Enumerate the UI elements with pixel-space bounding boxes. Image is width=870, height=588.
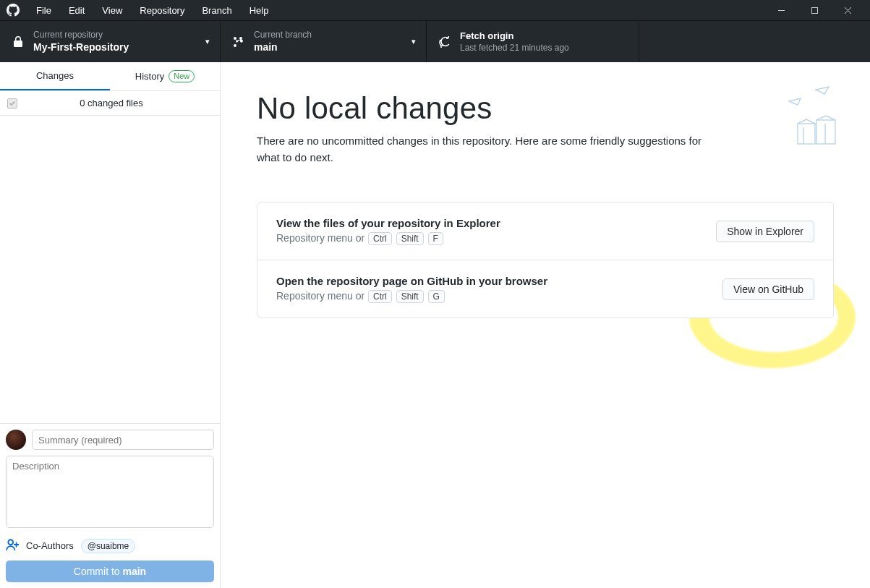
- decorative-illustration: [747, 84, 848, 156]
- toolbar: Current repository My-First-Repository ▾…: [0, 20, 870, 62]
- commit-summary-input[interactable]: [32, 430, 214, 450]
- repo-label: Current repository: [33, 30, 129, 40]
- kbd: Ctrl: [368, 290, 392, 303]
- chevron-down-icon: ▾: [411, 37, 416, 46]
- menu-view[interactable]: View: [93, 0, 131, 20]
- sidebar-tabs: Changes History New: [0, 62, 220, 91]
- changed-files-list: [0, 116, 220, 423]
- fetch-status: Last fetched 21 minutes ago: [460, 43, 569, 53]
- view-on-github-button[interactable]: View on GitHub: [722, 278, 814, 300]
- sync-icon: [437, 36, 453, 48]
- main-content: No local changes There are no uncommitte…: [221, 62, 870, 588]
- coauthor-chip[interactable]: @suaibme: [81, 539, 136, 553]
- card-hint: Repository menu or Ctrl Shift G: [276, 290, 547, 303]
- branch-name: main: [254, 41, 312, 54]
- fetch-label: Fetch origin: [460, 30, 569, 43]
- close-button[interactable]: [831, 0, 864, 20]
- svg-rect-5: [798, 124, 815, 144]
- commit-form: Co-Authors @suaibme Commit to main: [0, 423, 220, 588]
- menubar: File Edit View Repository Branch Help: [0, 0, 870, 20]
- kbd: G: [428, 290, 445, 303]
- kbd: Ctrl: [368, 232, 392, 245]
- svg-rect-1: [811, 7, 817, 13]
- commit-button-branch: main: [123, 566, 147, 577]
- tab-history-label: History: [135, 71, 164, 82]
- page-subtitle: There are no uncommitted changes in this…: [257, 133, 712, 166]
- current-repository-selector[interactable]: Current repository My-First-Repository ▾: [0, 21, 221, 62]
- card-view-on-github: Open the repository page on GitHub in yo…: [257, 260, 833, 318]
- menu-repository[interactable]: Repository: [131, 0, 193, 20]
- suggestion-cards: View the files of your repository in Exp…: [257, 202, 834, 318]
- card-hint: Repository menu or Ctrl Shift F: [276, 232, 500, 245]
- git-branch-icon: [231, 36, 247, 48]
- lock-icon: [10, 36, 26, 48]
- menu-branch[interactable]: Branch: [193, 0, 240, 20]
- kbd: Shift: [396, 290, 424, 303]
- changed-files-count: 0 changed files: [10, 98, 213, 108]
- add-coauthor-icon[interactable]: [6, 538, 19, 553]
- menu-help[interactable]: Help: [241, 0, 278, 20]
- kbd: Shift: [396, 232, 424, 245]
- svg-rect-6: [816, 120, 835, 144]
- current-branch-selector[interactable]: Current branch main ▾: [221, 21, 427, 62]
- repo-name: My-First-Repository: [33, 41, 129, 54]
- kbd: F: [428, 232, 443, 245]
- minimize-button[interactable]: [764, 0, 798, 20]
- coauthors-label: Co-Authors: [26, 540, 74, 551]
- card-show-in-explorer: View the files of your repository in Exp…: [257, 203, 833, 260]
- maximize-button[interactable]: [798, 0, 831, 20]
- commit-button-prefix: Commit to: [74, 566, 123, 577]
- window-controls: [764, 0, 864, 20]
- chevron-down-icon: ▾: [205, 37, 210, 46]
- menu-file[interactable]: File: [27, 0, 60, 20]
- github-logo-icon: [6, 3, 20, 17]
- sidebar: Changes History New 0 changed files: [0, 62, 221, 588]
- avatar: [6, 430, 26, 450]
- svg-point-4: [8, 540, 13, 545]
- tab-history[interactable]: History New: [110, 62, 220, 90]
- new-badge: New: [169, 70, 195, 82]
- changed-files-header: 0 changed files: [0, 91, 220, 116]
- fetch-origin-button[interactable]: Fetch origin Last fetched 21 minutes ago: [427, 21, 639, 62]
- menu-edit[interactable]: Edit: [60, 0, 93, 20]
- show-in-explorer-button[interactable]: Show in Explorer: [716, 221, 814, 242]
- commit-button[interactable]: Commit to main: [6, 561, 214, 582]
- commit-description-input[interactable]: [6, 456, 214, 528]
- tab-changes[interactable]: Changes: [0, 62, 110, 90]
- card-title: Open the repository page on GitHub in yo…: [276, 275, 547, 287]
- card-title: View the files of your repository in Exp…: [276, 217, 500, 229]
- branch-label: Current branch: [254, 30, 312, 40]
